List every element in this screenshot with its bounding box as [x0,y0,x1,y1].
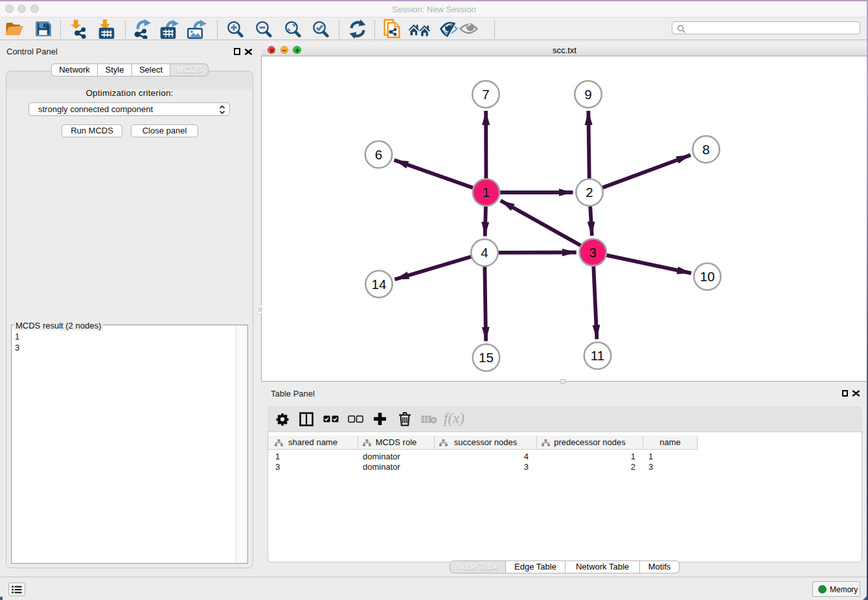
svg-text:9: 9 [584,87,591,102]
svg-text:3: 3 [589,245,597,260]
svg-text:10: 10 [700,269,715,284]
svg-text:6: 6 [375,147,382,162]
svg-text:11: 11 [591,348,604,363]
svg-text:14: 14 [372,277,387,292]
svg-text:4: 4 [481,245,488,260]
svg-text:15: 15 [479,350,494,365]
svg-text:7: 7 [482,87,489,102]
svg-text:1: 1 [483,185,490,200]
svg-text:8: 8 [702,142,709,157]
svg-text:2: 2 [586,185,593,200]
